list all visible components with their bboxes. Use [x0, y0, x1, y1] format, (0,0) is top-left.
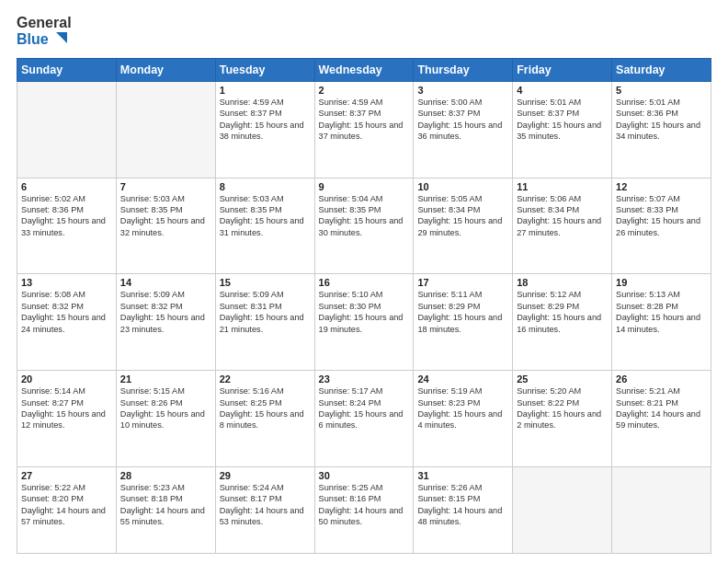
day-info: Sunrise: 5:13 AM Sunset: 8:28 PM Dayligh… — [616, 289, 707, 335]
day-number: 6 — [21, 181, 112, 192]
day-info: Sunrise: 4:59 AM Sunset: 8:37 PM Dayligh… — [319, 97, 410, 143]
day-cell: 18Sunrise: 5:12 AM Sunset: 8:29 PM Dayli… — [513, 274, 612, 371]
logo-text-block: General Blue — [17, 15, 72, 49]
day-cell: 20Sunrise: 5:14 AM Sunset: 8:27 PM Dayli… — [17, 371, 117, 467]
week-row-1: 1Sunrise: 4:59 AM Sunset: 8:37 PM Daylig… — [17, 81, 711, 178]
weekday-header-row: SundayMondayTuesdayWednesdayThursdayFrid… — [17, 58, 711, 81]
day-number: 25 — [517, 373, 608, 385]
day-cell — [116, 81, 215, 178]
day-cell: 29Sunrise: 5:24 AM Sunset: 8:17 PM Dayli… — [215, 466, 314, 553]
day-info: Sunrise: 5:16 AM Sunset: 8:25 PM Dayligh… — [220, 385, 311, 431]
day-number: 27 — [21, 470, 112, 481]
day-info: Sunrise: 5:06 AM Sunset: 8:34 PM Dayligh… — [517, 193, 608, 239]
day-info: Sunrise: 5:05 AM Sunset: 8:34 PM Dayligh… — [417, 193, 508, 239]
day-info: Sunrise: 5:10 AM Sunset: 8:30 PM Dayligh… — [319, 289, 410, 335]
day-cell — [612, 466, 711, 553]
day-cell — [513, 466, 612, 553]
day-number: 8 — [220, 181, 311, 192]
day-number: 18 — [517, 277, 608, 288]
day-cell: 9Sunrise: 5:04 AM Sunset: 8:35 PM Daylig… — [314, 178, 414, 274]
day-info: Sunrise: 5:22 AM Sunset: 8:20 PM Dayligh… — [21, 482, 112, 528]
week-row-2: 6Sunrise: 5:02 AM Sunset: 8:36 PM Daylig… — [17, 178, 711, 274]
day-cell: 4Sunrise: 5:01 AM Sunset: 8:37 PM Daylig… — [513, 81, 612, 178]
day-info: Sunrise: 5:14 AM Sunset: 8:27 PM Dayligh… — [21, 385, 112, 431]
day-number: 2 — [319, 85, 410, 96]
day-info: Sunrise: 5:21 AM Sunset: 8:21 PM Dayligh… — [616, 385, 707, 431]
day-number: 14 — [120, 277, 211, 288]
day-number: 16 — [319, 277, 410, 288]
day-number: 20 — [21, 373, 112, 385]
day-info: Sunrise: 5:02 AM Sunset: 8:36 PM Dayligh… — [21, 193, 112, 239]
day-cell: 16Sunrise: 5:10 AM Sunset: 8:30 PM Dayli… — [314, 274, 414, 371]
week-row-3: 13Sunrise: 5:08 AM Sunset: 8:32 PM Dayli… — [17, 274, 711, 371]
day-info: Sunrise: 5:24 AM Sunset: 8:17 PM Dayligh… — [220, 482, 311, 528]
day-cell: 8Sunrise: 5:03 AM Sunset: 8:35 PM Daylig… — [215, 178, 314, 274]
day-number: 17 — [417, 277, 508, 288]
day-info: Sunrise: 5:26 AM Sunset: 8:15 PM Dayligh… — [417, 482, 508, 528]
day-cell: 24Sunrise: 5:19 AM Sunset: 8:23 PM Dayli… — [414, 371, 513, 467]
svg-marker-0 — [56, 32, 67, 43]
day-cell: 7Sunrise: 5:03 AM Sunset: 8:35 PM Daylig… — [116, 178, 215, 274]
day-number: 15 — [220, 277, 311, 288]
day-cell: 21Sunrise: 5:15 AM Sunset: 8:26 PM Dayli… — [116, 371, 215, 467]
day-cell: 31Sunrise: 5:26 AM Sunset: 8:15 PM Dayli… — [414, 466, 513, 553]
day-cell: 6Sunrise: 5:02 AM Sunset: 8:36 PM Daylig… — [17, 178, 117, 274]
logo: General Blue — [17, 15, 72, 49]
day-number: 30 — [319, 470, 410, 481]
day-cell: 27Sunrise: 5:22 AM Sunset: 8:20 PM Dayli… — [17, 466, 117, 553]
day-cell: 11Sunrise: 5:06 AM Sunset: 8:34 PM Dayli… — [513, 178, 612, 274]
calendar-table: SundayMondayTuesdayWednesdayThursdayFrid… — [17, 58, 711, 554]
day-cell: 23Sunrise: 5:17 AM Sunset: 8:24 PM Dayli… — [314, 371, 414, 467]
day-info: Sunrise: 5:23 AM Sunset: 8:18 PM Dayligh… — [120, 482, 211, 528]
day-cell: 1Sunrise: 4:59 AM Sunset: 8:37 PM Daylig… — [215, 81, 314, 178]
day-info: Sunrise: 5:19 AM Sunset: 8:23 PM Dayligh… — [417, 385, 508, 431]
weekday-saturday: Saturday — [612, 58, 711, 81]
day-number: 19 — [616, 277, 707, 288]
header: General Blue — [17, 15, 711, 49]
week-row-5: 27Sunrise: 5:22 AM Sunset: 8:20 PM Dayli… — [17, 466, 711, 553]
day-cell: 17Sunrise: 5:11 AM Sunset: 8:29 PM Dayli… — [414, 274, 513, 371]
day-info: Sunrise: 5:00 AM Sunset: 8:37 PM Dayligh… — [417, 97, 508, 143]
day-info: Sunrise: 5:09 AM Sunset: 8:31 PM Dayligh… — [220, 289, 311, 335]
weekday-sunday: Sunday — [17, 58, 117, 81]
weekday-thursday: Thursday — [414, 58, 513, 81]
day-info: Sunrise: 5:17 AM Sunset: 8:24 PM Dayligh… — [319, 385, 410, 431]
day-info: Sunrise: 5:01 AM Sunset: 8:36 PM Dayligh… — [616, 97, 707, 143]
day-cell: 30Sunrise: 5:25 AM Sunset: 8:16 PM Dayli… — [314, 466, 414, 553]
day-cell: 10Sunrise: 5:05 AM Sunset: 8:34 PM Dayli… — [414, 178, 513, 274]
week-row-4: 20Sunrise: 5:14 AM Sunset: 8:27 PM Dayli… — [17, 371, 711, 467]
day-number: 22 — [220, 373, 311, 385]
day-number: 4 — [517, 85, 608, 96]
day-number: 7 — [120, 181, 211, 192]
day-cell: 2Sunrise: 4:59 AM Sunset: 8:37 PM Daylig… — [314, 81, 414, 178]
day-cell: 14Sunrise: 5:09 AM Sunset: 8:32 PM Dayli… — [116, 274, 215, 371]
day-number: 23 — [319, 373, 410, 385]
day-number: 31 — [417, 470, 508, 481]
page: General Blue SundayMondayTuesdayWednesda… — [0, 0, 728, 563]
day-cell: 19Sunrise: 5:13 AM Sunset: 8:28 PM Dayli… — [612, 274, 711, 371]
day-cell: 12Sunrise: 5:07 AM Sunset: 8:33 PM Dayli… — [612, 178, 711, 274]
day-number: 3 — [417, 85, 508, 96]
weekday-wednesday: Wednesday — [314, 58, 414, 81]
day-cell — [17, 81, 117, 178]
day-number: 9 — [319, 181, 410, 192]
day-number: 1 — [220, 85, 311, 96]
day-number: 21 — [120, 373, 211, 385]
day-info: Sunrise: 5:04 AM Sunset: 8:35 PM Dayligh… — [319, 193, 410, 239]
day-cell: 15Sunrise: 5:09 AM Sunset: 8:31 PM Dayli… — [215, 274, 314, 371]
day-cell: 5Sunrise: 5:01 AM Sunset: 8:36 PM Daylig… — [612, 81, 711, 178]
logo-general: General — [17, 15, 72, 31]
day-info: Sunrise: 5:03 AM Sunset: 8:35 PM Dayligh… — [120, 193, 211, 239]
day-cell: 28Sunrise: 5:23 AM Sunset: 8:18 PM Dayli… — [116, 466, 215, 553]
day-info: Sunrise: 5:07 AM Sunset: 8:33 PM Dayligh… — [616, 193, 707, 239]
day-info: Sunrise: 5:09 AM Sunset: 8:32 PM Dayligh… — [120, 289, 211, 335]
day-cell: 13Sunrise: 5:08 AM Sunset: 8:32 PM Dayli… — [17, 274, 117, 371]
weekday-tuesday: Tuesday — [215, 58, 314, 81]
weekday-monday: Monday — [116, 58, 215, 81]
day-number: 10 — [417, 181, 508, 192]
day-cell: 25Sunrise: 5:20 AM Sunset: 8:22 PM Dayli… — [513, 371, 612, 467]
day-number: 5 — [616, 85, 707, 96]
day-info: Sunrise: 5:11 AM Sunset: 8:29 PM Dayligh… — [417, 289, 508, 335]
day-info: Sunrise: 5:01 AM Sunset: 8:37 PM Dayligh… — [517, 97, 608, 143]
day-info: Sunrise: 5:25 AM Sunset: 8:16 PM Dayligh… — [319, 482, 410, 528]
